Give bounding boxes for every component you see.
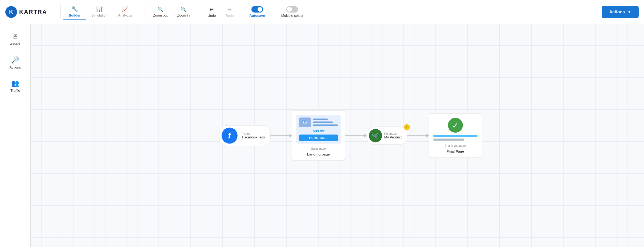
sidebar-traffic-label: Traffic [10, 89, 20, 93]
ty-line-1 [433, 135, 477, 137]
preview-line-1 [313, 119, 328, 120]
nav-simulation[interactable]: 📊 Simulation [86, 4, 113, 20]
redo-label: Redo [225, 14, 234, 18]
sidebar: 🖥 Assets 🔎 Actions 👥 Traffic [0, 24, 31, 247]
facebook-letter: f [228, 131, 231, 140]
divider-3 [197, 5, 197, 19]
canvas: f Traffic Facebook_ads [31, 24, 644, 247]
undo-icon: ↩ [209, 6, 214, 13]
preview-lines [313, 119, 338, 126]
purchase-label-box: Purchase My Product [384, 132, 402, 139]
thankyou-sublabel: Thank you page [445, 144, 466, 147]
preview-top [299, 118, 338, 127]
cart-icon: 🛒 [369, 129, 382, 142]
purchase-button[interactable]: PURCHASE [299, 135, 338, 141]
divider-4 [241, 5, 241, 19]
redo-button[interactable]: ↪ Redo [221, 4, 238, 20]
logo-text: KARTRA [19, 9, 47, 15]
assets-icon: 🖥 [12, 33, 18, 41]
undo-label: Undo [207, 14, 216, 18]
preview-image-icon [299, 118, 311, 127]
autosave-group: Autosave [244, 4, 270, 20]
nav-builder-label: Builder [69, 13, 81, 17]
traffic-icon: 👥 [11, 79, 19, 87]
traffic-sublabel: Traffic [242, 132, 250, 135]
thankyou-card: ✓ Thank you page Final Page [429, 113, 482, 158]
svg-point-2 [303, 121, 304, 122]
builder-icon: 🔧 [71, 6, 78, 12]
zoom-out-icon: 🔍 [157, 6, 163, 12]
sidebar-actions-label: Actions [10, 65, 21, 69]
sales-page-node[interactable]: $99.99 PURCHASE Sales page Landing page [292, 110, 345, 161]
traffic-name: Facebook_ads [242, 135, 265, 139]
simulation-icon: 📊 [96, 6, 103, 12]
arrow-2 [345, 135, 366, 136]
multiple-select-group: Multiple select [276, 4, 308, 20]
purchase-node[interactable]: 🛒 Purchase My Product ! [366, 126, 407, 145]
purchase-name: My Product [384, 135, 402, 139]
zoom-out-button[interactable]: 🔍 Zoom out [148, 4, 172, 19]
traffic-label-box: Traffic Facebook_ads [242, 132, 265, 139]
undo-group: ↩ Undo ↪ Redo [203, 4, 238, 20]
zoom-group: 🔍 Zoom out 🔍 Zoom in [148, 4, 194, 19]
traffic-node-inner: f Traffic Facebook_ads [219, 125, 270, 146]
price-text: $99.99 [299, 129, 338, 133]
analytics-icon: 📈 [122, 6, 128, 12]
sidebar-item-actions[interactable]: 🔎 Actions [0, 53, 30, 73]
sales-page-card: $99.99 PURCHASE Sales page Landing page [292, 110, 345, 161]
sidebar-item-traffic[interactable]: 👥 Traffic [0, 76, 30, 96]
arrow-line-2 [345, 135, 366, 136]
purchase-sublabel: Purchase [384, 132, 402, 135]
zoom-in-icon: 🔍 [181, 6, 186, 12]
undo-button[interactable]: ↩ Undo [203, 4, 221, 20]
divider-5 [273, 5, 273, 19]
chevron-down-icon: ▼ [627, 10, 631, 14]
nav-group: 🔧 Builder 📊 Simulation 📈 Analytics [63, 4, 137, 20]
cart-symbol: 🛒 [372, 132, 379, 139]
logo: K KARTRA [5, 6, 47, 18]
purchase-node-inner: 🛒 Purchase My Product ! [366, 126, 407, 145]
traffic-node[interactable]: f Traffic Facebook_ads [219, 125, 270, 146]
page-card-preview: $99.99 PURCHASE [296, 115, 341, 144]
nav-simulation-label: Simulation [91, 13, 108, 17]
divider-1 [60, 5, 61, 19]
actions-button-label: Actions [609, 10, 625, 14]
checkmark-icon: ✓ [448, 118, 463, 133]
flow-container: f Traffic Facebook_ads [219, 110, 482, 161]
logo-icon: K [5, 6, 17, 18]
autosave-label: Autosave [249, 14, 265, 18]
main-layout: 🖥 Assets 🔎 Actions 👥 Traffic f Traffic [0, 24, 644, 247]
nav-analytics[interactable]: 📈 Analytics [113, 4, 137, 20]
sidebar-assets-label: Assets [10, 42, 20, 46]
preview-line-2 [313, 122, 333, 123]
header: K KARTRA 🔧 Builder 📊 Simulation 📈 Analyt… [0, 0, 644, 24]
sales-page-sublabel: Sales page [311, 147, 326, 150]
actions-button[interactable]: Actions ▼ [602, 6, 639, 18]
nav-builder[interactable]: 🔧 Builder [63, 4, 86, 20]
zoom-in-button[interactable]: 🔍 Zoom in [172, 4, 194, 19]
nav-analytics-label: Analytics [118, 13, 132, 17]
arrow-line-1 [271, 135, 292, 136]
multiple-select-label: Multiple select [281, 14, 303, 18]
zoom-in-label: Zoom in [177, 13, 190, 17]
sidebar-item-assets[interactable]: 🖥 Assets [0, 29, 30, 50]
thankyou-name: Final Page [447, 149, 464, 153]
arrow-3 [407, 135, 429, 136]
warning-badge: ! [404, 124, 410, 130]
zoom-out-label: Zoom out [153, 13, 168, 17]
divider-2 [145, 5, 145, 19]
facebook-icon: f [221, 128, 237, 144]
autosave-toggle[interactable] [251, 6, 263, 13]
ty-line-2 [433, 139, 464, 141]
multiple-select-toggle[interactable] [286, 6, 298, 13]
redo-icon: ↪ [227, 6, 232, 13]
sales-page-name: Landing page [307, 152, 330, 156]
thankyou-node[interactable]: ✓ Thank you page Final Page [429, 113, 482, 158]
preview-line-3 [313, 125, 338, 126]
arrow-1 [271, 135, 292, 136]
arrow-line-3 [407, 135, 429, 136]
thankyou-preview-lines [433, 135, 477, 141]
actions-icon: 🔎 [11, 56, 19, 64]
